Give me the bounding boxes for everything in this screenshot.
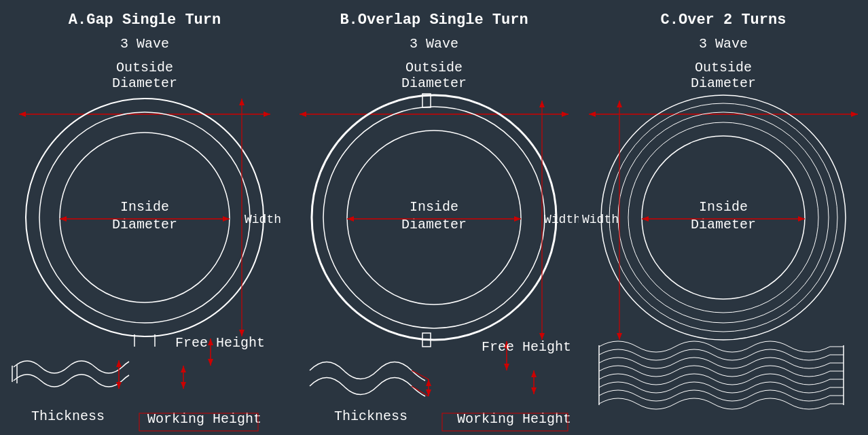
section-c-wave2 [599,349,844,360]
section-b-svg: B.Overlap Single Turn 3 Wave Outside Dia… [289,0,579,435]
section-c-outside-label-1: Outside [695,60,752,75]
section-a-width-label: Width [245,213,281,226]
section-b-free-height-label: Free Height [482,339,571,355]
section-b-thickness-label: Thickness [334,408,408,424]
inside-diam-arrow-left-b [347,216,354,222]
section-b-width-label: Width [544,213,579,226]
inside-diam-arrow-right-b [514,216,521,222]
section-b-wave-bottom [310,378,425,397]
section-c-wave7 [599,390,844,401]
section-a-wave-bottom [14,375,129,387]
width-arrow-bottom-c [617,333,622,340]
section-a-thickness-label: Thickness [31,408,105,424]
thickness-arrow-top-b [426,379,431,386]
outside-diam-arrow-left-b [300,111,306,117]
section-b: B.Overlap Single Turn 3 Wave Outside Dia… [289,0,579,435]
section-c-wave1 [599,341,844,352]
section-b-title: B.Overlap Single Turn [340,12,528,29]
section-a-wave-top [14,361,129,373]
section-a-outside-label-2: Diameter [112,75,177,91]
section-b-wave: 3 Wave [410,36,458,52]
outside-diam-arrow-right-c [851,111,858,117]
inside-diam-arrow-right [223,216,230,222]
outside-diam-arrow-right-b [562,111,568,117]
thickness-arrow-bottom-a [116,382,122,389]
inside-diam-arrow-left-c [642,216,649,222]
section-c-wave4 [599,366,844,377]
section-c-wave: 3 Wave [699,36,748,52]
section-c: C.Over 2 Turns 3 Wave Outside Diameter I… [579,0,868,435]
section-a: A.Gap Single Turn 3 Wave Outside Diamete… [0,0,289,435]
section-a-outside-label-1: Outside [116,60,173,75]
section-b-inside-label-1: Inside [410,199,458,215]
wh-arrow-bottom-a [181,382,186,389]
section-c-wave3 [599,358,844,368]
section-c-wave6 [599,382,844,393]
section-b-outside-label-2: Diameter [401,75,467,91]
section-c-wave5 [599,374,844,385]
width-arrow-top-b [539,101,545,107]
inside-diam-arrow-right-c [798,216,805,222]
main-container: A.Gap Single Turn 3 Wave Outside Diamete… [0,0,868,435]
section-c-outside-label-2: Diameter [691,75,756,91]
section-a-free-height-label: Free Height [175,335,265,351]
free-height-arrow-bottom-a [208,359,213,366]
section-b-outside-label-1: Outside [405,60,463,75]
section-a-wave: 3 Wave [120,36,169,52]
section-a-svg: A.Gap Single Turn 3 Wave Outside Diamete… [0,0,289,435]
outside-diam-arrow-right [264,111,270,117]
section-c-title: C.Over 2 Turns [661,12,786,29]
section-c-inside-label-1: Inside [699,199,748,215]
outside-diam-arrow-left-c [589,111,596,117]
wh-arrow-top-b [531,370,537,377]
section-c-wave8 [599,398,844,409]
wh-arrow-top-a [181,366,186,372]
section-a-title: A.Gap Single Turn [69,12,221,29]
section-c-width-label: Width [582,213,619,226]
outside-diam-arrow-left [19,111,26,117]
inside-diam-arrow-left [60,216,67,222]
width-arrow-top-c [617,101,622,107]
section-a-inside-label-1: Inside [120,199,169,215]
section-c-svg: C.Over 2 Turns 3 Wave Outside Diameter I… [579,0,868,435]
free-height-arrow-bottom-b [504,364,509,370]
wh-arrow-bottom-b [531,387,537,394]
width-arrow-top [239,99,245,105]
thickness-diag-line2-b [412,386,429,396]
thickness-arrow-top-a [116,360,122,367]
